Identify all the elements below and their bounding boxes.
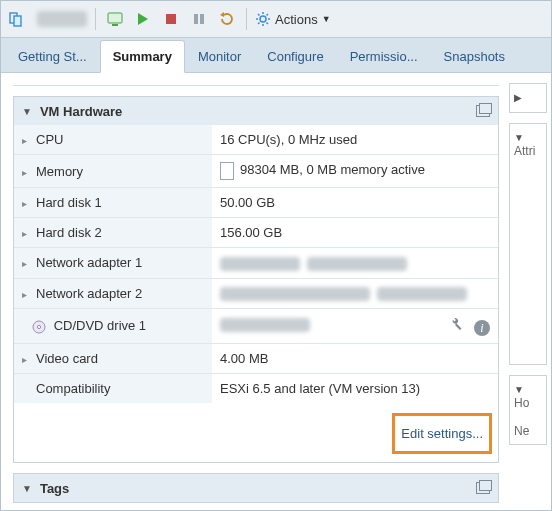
cd-dvd-icon [32, 318, 50, 333]
panel-restore-icon[interactable] [476, 482, 490, 494]
svg-rect-6 [194, 14, 198, 24]
suspend-icon[interactable] [188, 8, 210, 30]
hdd2-value: 156.00 GB [212, 218, 498, 248]
tabs-bar: Getting St... Summary Monitor Configure … [1, 38, 551, 73]
svg-marker-8 [220, 12, 224, 17]
cddvd-value: i [212, 309, 498, 344]
console-icon[interactable] [104, 8, 126, 30]
hdd1-label: Hard disk 1 [36, 195, 102, 210]
row-nic2: ▸Network adapter 2 [14, 278, 498, 309]
svg-point-9 [260, 16, 266, 22]
gear-icon [255, 11, 271, 27]
svg-rect-5 [166, 14, 176, 24]
svg-line-16 [258, 23, 260, 25]
nic1-label: Network adapter 1 [36, 255, 142, 270]
nic1-value [212, 248, 498, 279]
actions-label: Actions [275, 12, 318, 27]
svg-line-14 [258, 14, 260, 16]
cpu-label: CPU [36, 132, 63, 147]
hdd2-label: Hard disk 2 [36, 225, 102, 240]
panel-restore-icon[interactable] [476, 105, 490, 117]
svg-rect-2 [108, 13, 122, 23]
reset-icon[interactable] [216, 8, 238, 30]
hdd1-value: 50.00 GB [212, 188, 498, 218]
power-off-icon[interactable] [160, 8, 182, 30]
nav-icon[interactable] [7, 8, 29, 30]
actions-menu[interactable]: Actions ▼ [255, 11, 331, 27]
attri-label: Attri [514, 144, 535, 158]
side-panel-ho[interactable]: ▼ Ho Ne [509, 375, 547, 445]
tags-header[interactable]: ▼ Tags [14, 474, 498, 502]
video-label: Video card [36, 351, 98, 366]
vm-name-blurred [37, 11, 87, 27]
svg-point-19 [37, 325, 40, 328]
vm-hardware-table: ▸CPU 16 CPU(s), 0 MHz used ▸Memory 98304… [14, 125, 498, 403]
tab-configure[interactable]: Configure [254, 40, 336, 72]
memory-value: 98304 MB, 0 MB memory active [212, 155, 498, 188]
svg-marker-4 [138, 13, 148, 25]
vm-hardware-panel: ▼ VM Hardware ▸CPU 16 CPU(s), 0 MHz used… [13, 96, 499, 463]
nic2-value [212, 278, 498, 309]
collapse-icon: ▼ [514, 384, 524, 395]
svg-rect-7 [200, 14, 204, 24]
compat-label: Compatibility [36, 381, 110, 396]
svg-line-15 [267, 23, 269, 25]
collapse-icon: ▼ [514, 132, 524, 143]
collapse-icon: ▼ [22, 106, 32, 117]
nic2-label: Network adapter 2 [36, 286, 142, 301]
collapse-icon: ▼ [22, 483, 32, 494]
svg-line-17 [267, 14, 269, 16]
row-hdd2: ▸Hard disk 2 156.00 GB [14, 218, 498, 248]
toolbar: Actions ▼ [1, 1, 551, 38]
video-value: 4.00 MB [212, 344, 498, 374]
chevron-down-icon: ▼ [322, 14, 331, 24]
row-compat: ▸Compatibility ESXi 6.5 and later (VM ve… [14, 374, 498, 404]
tab-monitor[interactable]: Monitor [185, 40, 254, 72]
expand-icon: ▶ [514, 92, 522, 103]
side-panel-collapsed-1[interactable]: ▶ [509, 83, 547, 113]
tab-snapshots[interactable]: Snapshots [431, 40, 518, 72]
row-cpu: ▸CPU 16 CPU(s), 0 MHz used [14, 125, 498, 155]
row-nic1: ▸Network adapter 1 [14, 248, 498, 279]
row-cddvd: CD/DVD drive 1 i [14, 309, 498, 344]
ho-label: Ho [514, 396, 529, 410]
edit-settings-link[interactable]: Edit settings... [401, 426, 483, 441]
memory-icon [220, 162, 234, 180]
wrench-icon[interactable] [448, 316, 464, 335]
tab-summary[interactable]: Summary [100, 40, 185, 73]
row-video: ▸Video card 4.00 MB [14, 344, 498, 374]
compat-value: ESXi 6.5 and later (VM version 13) [212, 374, 498, 404]
content-area: ▼ VM Hardware ▸CPU 16 CPU(s), 0 MHz used… [1, 73, 551, 510]
memory-label: Memory [36, 164, 83, 179]
cddvd-label: CD/DVD drive 1 [54, 318, 146, 333]
vm-hardware-title: VM Hardware [40, 104, 122, 119]
tags-title: Tags [40, 481, 69, 496]
vm-hardware-header[interactable]: ▼ VM Hardware [14, 97, 498, 125]
info-icon[interactable]: i [474, 320, 490, 336]
row-hdd1: ▸Hard disk 1 50.00 GB [14, 188, 498, 218]
row-memory: ▸Memory 98304 MB, 0 MB memory active [14, 155, 498, 188]
tab-permissions[interactable]: Permissio... [337, 40, 431, 72]
power-on-icon[interactable] [132, 8, 154, 30]
edit-settings-highlight: Edit settings... [392, 413, 492, 454]
tags-panel: ▼ Tags [13, 473, 499, 503]
cpu-value: 16 CPU(s), 0 MHz used [212, 125, 498, 155]
svg-rect-3 [112, 24, 118, 26]
ne-label: Ne [514, 424, 529, 438]
side-panel-attributes[interactable]: ▼ Attri [509, 123, 547, 365]
svg-rect-1 [14, 16, 21, 26]
tab-getting-started[interactable]: Getting St... [5, 40, 100, 72]
